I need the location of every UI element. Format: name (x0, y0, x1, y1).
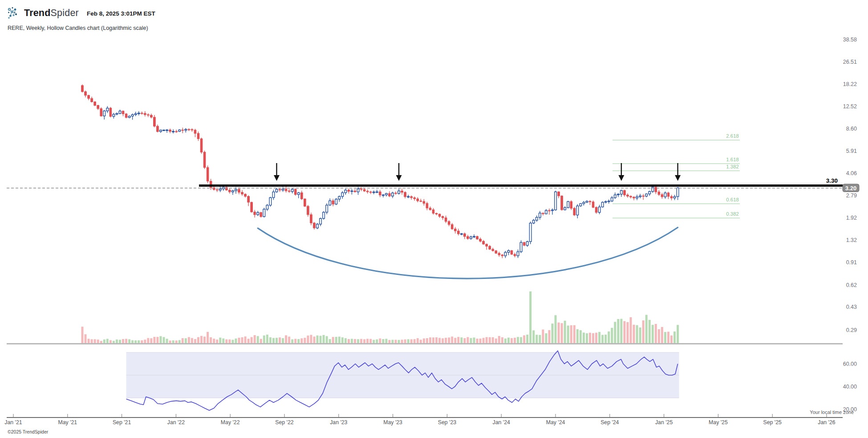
volume-bar (94, 339, 96, 344)
candle-down (141, 113, 143, 114)
candle-down (207, 168, 209, 181)
volume-bar (642, 320, 645, 344)
candle-down (363, 189, 365, 191)
candle-up (232, 191, 234, 192)
volume-bar (658, 329, 660, 344)
volume-bar (457, 337, 459, 344)
volume-bar (141, 340, 143, 344)
volume-bar (523, 336, 525, 344)
candle-up (351, 191, 353, 191)
candle-up (385, 193, 388, 195)
volume-bar (366, 339, 369, 344)
candle-down (379, 192, 381, 195)
candle-down (260, 213, 262, 217)
candle-down (454, 229, 456, 231)
volume-bar (539, 335, 541, 344)
volume-bar (191, 338, 193, 344)
volume-bar (542, 330, 544, 344)
candle-up (116, 114, 118, 115)
candle-up (119, 111, 121, 113)
candle-down (479, 239, 482, 241)
candle-up (677, 188, 679, 196)
price-axis-label: 2.79 (846, 192, 857, 199)
candle-up (345, 190, 347, 192)
candle-up (586, 201, 588, 202)
candle-down (442, 217, 444, 218)
volume-bar (601, 335, 604, 344)
trendspider-chart-page: TrendSpider Feb 8, 2025 3:01PM EST RERE,… (0, 0, 868, 438)
chart-canvas[interactable]: 2.6181.6181.3820.6180.38238.5826.5118.22… (0, 0, 868, 438)
candle-down (301, 192, 303, 199)
candle-up (376, 192, 378, 192)
candle-down (294, 189, 296, 195)
volume-bar (247, 339, 250, 344)
candle-up (520, 242, 522, 252)
candle-down (492, 249, 494, 251)
volume-bar (376, 340, 378, 344)
volume-bar (382, 339, 384, 344)
x-axis-label: May '23 (383, 419, 402, 426)
candle-down (429, 208, 431, 210)
volume-bar (373, 340, 375, 344)
volume-bar (257, 336, 259, 344)
volume-bar (335, 337, 337, 344)
volume-bar (555, 315, 557, 344)
volume-bar (580, 330, 582, 344)
candle-up (326, 205, 328, 212)
volume-bar (178, 340, 181, 344)
volume-bar (623, 321, 625, 344)
volume-bar (451, 336, 453, 344)
candle-down (348, 190, 350, 191)
volume-bar (448, 337, 450, 344)
candle-down (254, 212, 256, 215)
volume-bar (207, 332, 209, 344)
volume-bar (235, 339, 237, 344)
volume-bar (163, 337, 165, 344)
candle-down (589, 201, 591, 202)
candle-down (169, 130, 171, 131)
price-axis-label: 0.43 (846, 304, 857, 310)
candle-down (417, 199, 419, 201)
volume-bar (307, 336, 309, 344)
volume-bar (150, 338, 152, 344)
volume-bar (213, 339, 215, 344)
candle-down (244, 194, 247, 196)
volume-bar (576, 329, 579, 344)
candle-up (649, 192, 651, 194)
x-axis-label: May '22 (221, 419, 240, 426)
volume-bar (438, 338, 441, 344)
volume-bar (222, 339, 224, 344)
volume-bar (423, 339, 425, 344)
volume-bar (345, 338, 347, 344)
candle-down (642, 196, 645, 196)
volume-bar (122, 339, 124, 344)
volume-bar (429, 337, 431, 344)
candle-down (633, 197, 635, 198)
volume-bar (326, 336, 328, 344)
candle-up (166, 130, 168, 131)
candle-up (320, 218, 322, 224)
candle-down (558, 192, 560, 196)
candle-up (567, 201, 569, 208)
candle-down (288, 191, 290, 192)
volume-bar (535, 335, 538, 344)
volume-bar (564, 321, 566, 344)
candle-down (655, 187, 657, 192)
candle-up (257, 213, 259, 215)
candle-up (621, 190, 623, 194)
volume-bar (548, 330, 550, 344)
candle-down (561, 196, 563, 210)
volume-bar (138, 340, 140, 344)
x-axis-label: Jan '22 (167, 419, 185, 426)
x-axis-label: Sep '25 (763, 419, 782, 426)
volume-bar (463, 338, 466, 344)
volume-bar (210, 337, 212, 344)
volume-bar (391, 340, 393, 344)
volume-bar (514, 338, 516, 344)
x-axis-label: Jan '26 (818, 419, 835, 426)
last-price-badge-label: 3.20 (845, 185, 856, 192)
candle-up (470, 237, 472, 239)
candle-up (601, 202, 604, 207)
price-axis-label: 12.52 (843, 103, 857, 110)
volume-bar (354, 339, 356, 344)
